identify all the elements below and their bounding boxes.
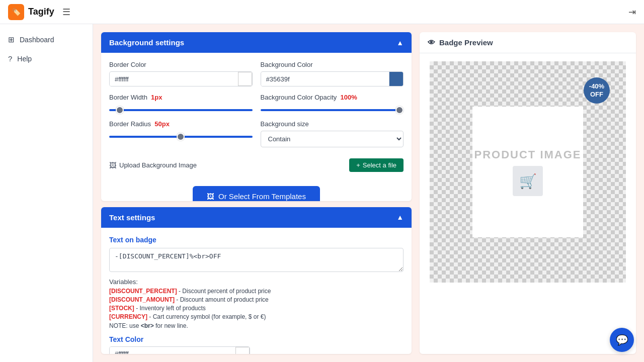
text-settings-collapse-icon[interactable]: ▲	[396, 213, 404, 221]
app-body: ⊞ Dashboard ? Help Background settings ▲	[0, 24, 644, 362]
background-settings-title: Background settings	[109, 38, 184, 47]
border-radius-label: Border Radius 50px	[109, 120, 253, 128]
select-file-icon: +	[356, 161, 360, 169]
bg-size-select[interactable]: Contain Cover Auto	[261, 131, 404, 147]
variable-currency: [CURRENCY] - Cart currency symbol (for e…	[109, 313, 404, 320]
badge-circle: -40% OFF	[584, 77, 610, 104]
badge-preview-header: 👁 Badge Preview	[420, 32, 636, 53]
text-color-input-group	[109, 346, 250, 354]
text-settings-body: Text on badge -[DISCOUNT_PERCENT]%<br>OF…	[101, 228, 412, 354]
sidebar-label-help: Help	[17, 55, 32, 63]
select-templates-button[interactable]: 🖼 Or Select From Templates	[193, 186, 320, 201]
sidebar: ⊞ Dashboard ? Help	[0, 24, 93, 362]
variable-discount-percent: [DISCOUNT_PERCENT] - Discount percent of…	[109, 288, 404, 295]
app-logo: 🏷️ Tagify	[8, 4, 54, 20]
main-content: Background settings ▲ Border Color	[93, 24, 644, 362]
color-row: Border Color Background Color	[109, 61, 404, 86]
sidebar-item-dashboard[interactable]: ⊞ Dashboard	[0, 30, 93, 49]
logout-icon[interactable]: ⇥	[628, 7, 636, 17]
bg-color-swatch[interactable]	[389, 72, 403, 86]
opacity-label: Background Color Opacity 100%	[261, 94, 404, 101]
help-icon: ?	[8, 54, 12, 63]
checkerboard-bg: PRODUCT IMAGE 🛒 -40% OFF	[430, 61, 626, 283]
var-name-stock: [STOCK]	[109, 305, 134, 312]
border-width-label: Border Width 1px	[109, 94, 253, 101]
text-settings-title: Text settings	[109, 213, 155, 222]
background-settings-collapse-icon[interactable]: ▲	[396, 39, 404, 47]
text-on-badge-label: Text on badge	[109, 236, 404, 244]
upload-row: 🖼 Upload Background Image + Select a fil…	[109, 154, 404, 176]
bg-color-label: Background Color	[261, 61, 404, 68]
text-color-input[interactable]	[110, 347, 235, 354]
radius-size-row: Border Radius 50px Background size Conta…	[109, 120, 404, 147]
badge-preview-title: Badge Preview	[439, 38, 493, 47]
app-header: 🏷️ Tagify ☰ ⇥	[0, 0, 644, 24]
var-name-currency: [CURRENCY]	[109, 313, 147, 320]
border-width-value: 1px	[151, 94, 162, 101]
cart-icon-area: 🛒	[513, 166, 543, 196]
sidebar-label-dashboard: Dashboard	[20, 36, 54, 44]
product-preview-area: PRODUCT IMAGE 🛒	[472, 107, 583, 237]
app-name: Tagify	[28, 7, 54, 17]
header-right: ⇥	[628, 7, 636, 18]
template-icon: 🖼	[207, 192, 214, 201]
text-settings-card: Text settings ▲ Text on badge -[DISCOUNT…	[101, 207, 412, 354]
opacity-slider[interactable]	[261, 109, 404, 111]
width-opacity-row: Border Width 1px Background Color Opacit…	[109, 94, 404, 113]
bg-size-label: Background size	[261, 120, 404, 128]
var-name-discount-percent: [DISCOUNT_PERCENT]	[109, 288, 177, 295]
logo-icon: 🏷️	[8, 4, 24, 20]
image-upload-icon: 🖼	[109, 161, 116, 169]
variable-discount-amount: [DISCOUNT_AMOUNT] - Discount amount of p…	[109, 296, 404, 303]
bg-color-input-group	[261, 71, 404, 86]
upload-label-text: Upload Background Image	[119, 161, 197, 169]
note-text: NOTE: use <br> for new line.	[109, 322, 404, 329]
chat-button[interactable]: 💬	[610, 328, 634, 352]
background-settings-card: Background settings ▲ Border Color	[101, 32, 412, 201]
variables-title: Variables:	[109, 278, 404, 286]
var-desc-discount-amount: - Discount amount of product price	[176, 296, 268, 303]
cart-icon-box: 🛒	[513, 166, 543, 196]
border-radius-col: Border Radius 50px	[109, 120, 253, 147]
var-desc-currency: - Cart currency symbol (for example, $ o…	[149, 313, 266, 320]
border-color-swatch[interactable]	[238, 72, 252, 86]
bg-color-input[interactable]	[261, 72, 389, 86]
border-color-col: Border Color	[109, 61, 253, 86]
template-btn-wrap: 🖼 Or Select From Templates	[109, 176, 404, 201]
var-name-discount-amount: [DISCOUNT_AMOUNT]	[109, 296, 175, 303]
hamburger-menu-icon[interactable]: ☰	[62, 7, 70, 18]
product-image-placeholder: PRODUCT IMAGE	[474, 148, 582, 162]
upload-label: 🖼 Upload Background Image	[109, 161, 197, 169]
var-desc-stock: - Inventory left of products	[136, 305, 206, 312]
chat-icon: 💬	[616, 334, 628, 346]
left-panel: Background settings ▲ Border Color	[101, 32, 412, 354]
right-panel: 👁 Badge Preview PRODUCT IMAGE 🛒	[420, 32, 636, 354]
badge-line1: -40%	[589, 82, 604, 90]
badge-line2: OFF	[590, 90, 603, 99]
border-color-input[interactable]	[110, 72, 238, 86]
border-color-input-group	[109, 71, 253, 86]
preview-eye-icon: 👁	[428, 38, 435, 47]
background-settings-body: Border Color Background Color	[101, 53, 412, 201]
background-settings-header: Background settings ▲	[101, 32, 412, 53]
border-radius-value: 50px	[154, 120, 170, 128]
text-settings-header: Text settings ▲	[101, 207, 412, 228]
text-on-badge-textarea[interactable]: -[DISCOUNT_PERCENT]%<br>OFF	[109, 248, 404, 272]
dashboard-icon: ⊞	[8, 35, 15, 44]
border-radius-slider[interactable]	[109, 136, 253, 138]
text-color-swatch[interactable]	[235, 347, 250, 354]
badge-preview-body: PRODUCT IMAGE 🛒 -40% OFF	[420, 53, 636, 291]
select-file-label: Select a file	[363, 161, 396, 169]
border-width-col: Border Width 1px	[109, 94, 253, 113]
opacity-value: 100%	[340, 94, 357, 101]
select-file-button[interactable]: + Select a file	[349, 158, 404, 172]
border-color-label: Border Color	[109, 61, 253, 68]
opacity-col: Background Color Opacity 100%	[261, 94, 404, 113]
bg-size-col: Background size Contain Cover Auto	[261, 120, 404, 147]
badge-preview-card: 👁 Badge Preview PRODUCT IMAGE 🛒	[420, 32, 636, 354]
border-width-slider[interactable]	[109, 109, 253, 111]
template-btn-label: Or Select From Templates	[218, 192, 306, 201]
variable-stock: [STOCK] - Inventory left of products	[109, 305, 404, 312]
sidebar-item-help[interactable]: ? Help	[0, 49, 93, 68]
bg-color-col: Background Color	[261, 61, 404, 86]
